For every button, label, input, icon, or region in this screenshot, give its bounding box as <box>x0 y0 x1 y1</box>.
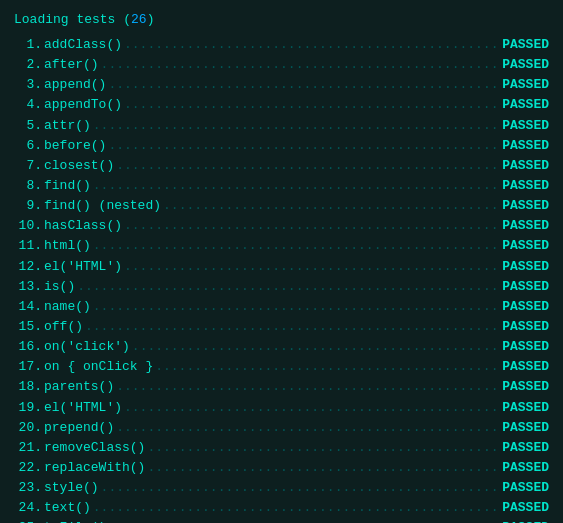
test-dots: ........................................… <box>108 75 500 95</box>
test-item: 18. parents()...........................… <box>14 377 549 397</box>
test-number: 14. <box>14 297 42 317</box>
test-dots: ........................................… <box>124 257 500 277</box>
test-dots: ........................................… <box>124 35 500 55</box>
test-number: 2. <box>14 55 42 75</box>
test-item: 11. html()..............................… <box>14 236 549 256</box>
test-status: PASSED <box>502 35 549 55</box>
test-item: 22. replaceWith().......................… <box>14 458 549 478</box>
test-status: PASSED <box>502 196 549 216</box>
test-item: 21. removeClass().......................… <box>14 438 549 458</box>
test-number: 10. <box>14 216 42 236</box>
test-number: 19. <box>14 398 42 418</box>
test-status: PASSED <box>502 116 549 136</box>
test-item: 1. addClass()...........................… <box>14 35 549 55</box>
test-name: closest() <box>44 156 114 176</box>
test-number: 1. <box>14 35 42 55</box>
test-name: el('HTML') <box>44 257 122 277</box>
test-status: PASSED <box>502 317 549 337</box>
test-name: parents() <box>44 377 114 397</box>
test-number: 20. <box>14 418 42 438</box>
test-name: find() (nested) <box>44 196 161 216</box>
test-number: 5. <box>14 116 42 136</box>
test-dots: ........................................… <box>147 458 500 478</box>
test-dots: ........................................… <box>93 176 500 196</box>
test-item: 17. on { onClick }......................… <box>14 357 549 377</box>
test-name: attr() <box>44 116 91 136</box>
test-number: 18. <box>14 377 42 397</box>
test-number: 25. <box>14 518 42 523</box>
test-dots: ........................................… <box>155 357 500 377</box>
test-item: 9. find() (nested)......................… <box>14 196 549 216</box>
test-status: PASSED <box>502 518 549 523</box>
test-item: 12. el('HTML')..........................… <box>14 257 549 277</box>
test-dots: ........................................… <box>163 196 500 216</box>
test-number: 16. <box>14 337 42 357</box>
test-dots: ........................................… <box>116 156 500 176</box>
test-name: after() <box>44 55 99 75</box>
test-name: prepend() <box>44 418 114 438</box>
test-item: 2. after()..............................… <box>14 55 549 75</box>
test-name: name() <box>44 297 91 317</box>
test-name: el('HTML') <box>44 398 122 418</box>
test-status: PASSED <box>502 377 549 397</box>
test-name: toFile() <box>44 518 106 523</box>
test-item: 5. attr()...............................… <box>14 116 549 136</box>
test-name: html() <box>44 236 91 256</box>
test-dots: ........................................… <box>77 277 500 297</box>
test-name: is() <box>44 277 75 297</box>
test-number: 22. <box>14 458 42 478</box>
test-status: PASSED <box>502 136 549 156</box>
test-number: 12. <box>14 257 42 277</box>
test-name: replaceWith() <box>44 458 145 478</box>
test-dots: ........................................… <box>101 478 501 498</box>
test-item: 7. closest()............................… <box>14 156 549 176</box>
test-number: 23. <box>14 478 42 498</box>
test-dots: ........................................… <box>108 136 500 156</box>
test-dots: ........................................… <box>116 418 500 438</box>
header: Loading tests (26) <box>14 12 549 27</box>
test-dots: ........................................… <box>132 337 500 357</box>
test-item: 23. style().............................… <box>14 478 549 498</box>
test-dots: ........................................… <box>93 498 500 518</box>
test-number: 9. <box>14 196 42 216</box>
test-item: 3. append().............................… <box>14 75 549 95</box>
test-status: PASSED <box>502 337 549 357</box>
test-dots: ........................................… <box>101 55 501 75</box>
test-number: 11. <box>14 236 42 256</box>
test-status: PASSED <box>502 257 549 277</box>
test-name: removeClass() <box>44 438 145 458</box>
header-text-end: ) <box>147 12 155 27</box>
test-number: 8. <box>14 176 42 196</box>
test-number: 6. <box>14 136 42 156</box>
test-number: 15. <box>14 317 42 337</box>
test-dots: ........................................… <box>116 377 500 397</box>
test-status: PASSED <box>502 75 549 95</box>
test-status: PASSED <box>502 478 549 498</box>
test-status: PASSED <box>502 458 549 478</box>
test-dots: ........................................… <box>93 297 500 317</box>
test-dots: ........................................… <box>124 398 500 418</box>
terminal: Loading tests (26) 1. addClass()........… <box>0 0 563 523</box>
test-status: PASSED <box>502 438 549 458</box>
test-item: 16. on('click').........................… <box>14 337 549 357</box>
test-dots: ........................................… <box>108 518 500 523</box>
test-name: on { onClick } <box>44 357 153 377</box>
test-name: addClass() <box>44 35 122 55</box>
test-dots: ........................................… <box>124 216 500 236</box>
test-status: PASSED <box>502 95 549 115</box>
test-name: on('click') <box>44 337 130 357</box>
test-name: style() <box>44 478 99 498</box>
test-name: text() <box>44 498 91 518</box>
test-status: PASSED <box>502 398 549 418</box>
test-item: 15. off()...............................… <box>14 317 549 337</box>
test-item: 13. is()................................… <box>14 277 549 297</box>
test-status: PASSED <box>502 297 549 317</box>
test-dots: ........................................… <box>93 116 500 136</box>
test-number: 21. <box>14 438 42 458</box>
test-item: 19. el('HTML')..........................… <box>14 398 549 418</box>
test-status: PASSED <box>502 156 549 176</box>
header-text: Loading tests ( <box>14 12 131 27</box>
test-status: PASSED <box>502 216 549 236</box>
test-dots: ........................................… <box>147 438 500 458</box>
test-name: appendTo() <box>44 95 122 115</box>
